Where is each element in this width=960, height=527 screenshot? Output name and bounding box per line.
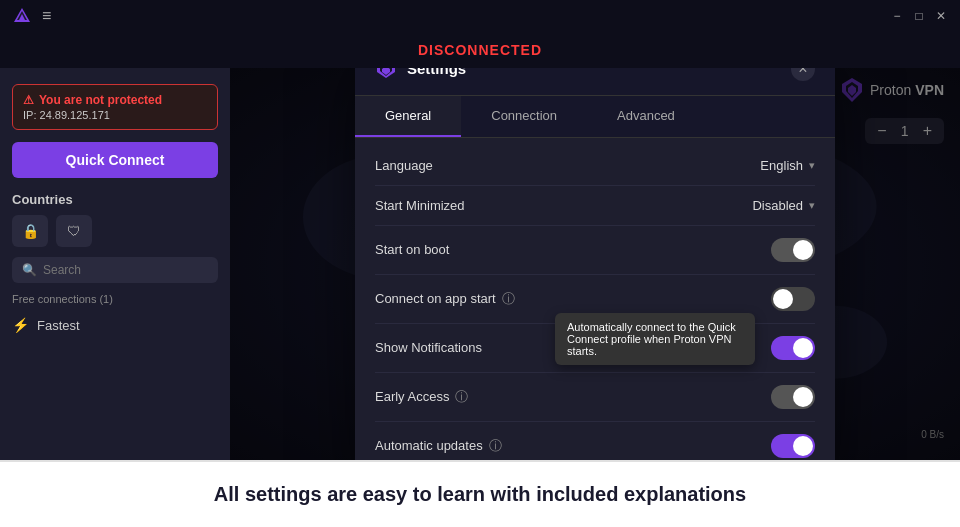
ip-display: IP: 24.89.125.171 [23,109,207,121]
auto-updates-toggle[interactable] [771,434,815,458]
connection-status: DISCONNECTED [418,42,542,58]
start-minimized-selected: Disabled [752,198,803,213]
maximize-button[interactable]: □ [912,9,926,23]
app-container: ≡ − □ ✕ DISCONNECTED ⚠ You are not prote… [0,0,960,460]
dialog-header: Settings × [355,68,835,96]
early-access-label: Early Access ⓘ [375,388,468,406]
map-area: ProtonVPN − 1 + 0 B/s [230,68,960,460]
menu-icon[interactable]: ≡ [42,7,51,25]
title-bar-controls: − □ ✕ [890,9,948,23]
connect-app-start-toggle-knob [773,289,793,309]
info-icon-updates[interactable]: ⓘ [489,437,502,455]
fastest-item[interactable]: ⚡ Fastest [12,313,218,337]
language-value[interactable]: English ▾ [760,158,815,173]
status-bar: DISCONNECTED [0,32,960,68]
show-notifications-toggle-knob [793,338,813,358]
warning-text: ⚠ You are not protected [23,93,207,107]
countries-label: Countries [12,192,218,207]
connect-app-start-label: Connect on app start ⓘ [375,290,515,308]
warning-icon: ⚠ [23,93,34,107]
quick-connect-button[interactable]: Quick Connect [12,142,218,178]
language-selected: English [760,158,803,173]
tab-connection[interactable]: Connection [461,96,587,137]
tab-advanced[interactable]: Advanced [587,96,705,137]
search-icon: 🔍 [22,263,37,277]
connect-app-start-toggle[interactable] [771,287,815,311]
tab-general[interactable]: General [355,96,461,137]
language-label: Language [375,158,433,173]
setting-row-start-minimized: Start Minimized Disabled ▾ [375,186,815,226]
setting-row-start-boot: Start on boot [375,226,815,275]
warning-box: ⚠ You are not protected IP: 24.89.125.17… [12,84,218,130]
close-button[interactable]: ✕ [934,9,948,23]
free-connections-label: Free connections (1) [12,293,218,305]
lock-tab[interactable]: 🔒 [12,215,48,247]
early-access-toggle[interactable] [771,385,815,409]
minimize-button[interactable]: − [890,9,904,23]
info-icon-connect[interactable]: ⓘ [502,290,515,308]
chevron-down-icon: ▾ [809,159,815,172]
setting-row-language: Language English ▾ [375,146,815,186]
start-minimized-value[interactable]: Disabled ▾ [752,198,815,213]
dialog-close-button[interactable]: × [791,68,815,81]
dialog-tabs: General Connection Advanced [355,96,835,138]
chevron-down-icon2: ▾ [809,199,815,212]
start-boot-label: Start on boot [375,242,449,257]
auto-updates-toggle-knob [793,436,813,456]
search-input[interactable] [43,263,208,277]
modal-overlay: Settings × General Connection Advanced [230,68,960,460]
caption-bar: All settings are easy to learn with incl… [0,460,960,527]
fastest-label: Fastest [37,318,80,333]
app-logo-icon [12,6,32,26]
shield-tab[interactable]: 🛡 [56,215,92,247]
caption-text: All settings are easy to learn with incl… [214,483,746,506]
show-notifications-toggle[interactable] [771,336,815,360]
title-bar: ≡ − □ ✕ [0,0,960,32]
title-bar-left: ≡ [12,6,51,26]
fastest-icon: ⚡ [12,317,29,333]
early-access-toggle-knob [793,387,813,407]
settings-dialog: Settings × General Connection Advanced [355,68,835,460]
start-boot-toggle-knob [793,240,813,260]
search-box: 🔍 [12,257,218,283]
dialog-logo-icon [375,68,397,80]
auto-updates-label: Automatic updates ⓘ [375,437,502,455]
dialog-content: Language English ▾ Start Minimized Disab… [355,138,835,461]
info-icon-early[interactable]: ⓘ [455,388,468,406]
start-minimized-label: Start Minimized [375,198,465,213]
sidebar: ⚠ You are not protected IP: 24.89.125.17… [0,68,230,460]
sidebar-tabs: 🔒 🛡 [12,215,218,247]
app-body: ⚠ You are not protected IP: 24.89.125.17… [0,68,960,460]
setting-row-early-access: Early Access ⓘ [375,373,815,422]
connect-tooltip: Automatically connect to the Quick Conne… [555,313,755,365]
setting-row-connect-app-start: Connect on app start ⓘ Automatically con… [375,275,815,324]
start-boot-toggle[interactable] [771,238,815,262]
dialog-title: Settings [407,68,466,77]
show-notifications-label: Show Notifications [375,340,482,355]
setting-row-auto-updates: Automatic updates ⓘ [375,422,815,461]
dialog-title-row: Settings [375,68,466,80]
